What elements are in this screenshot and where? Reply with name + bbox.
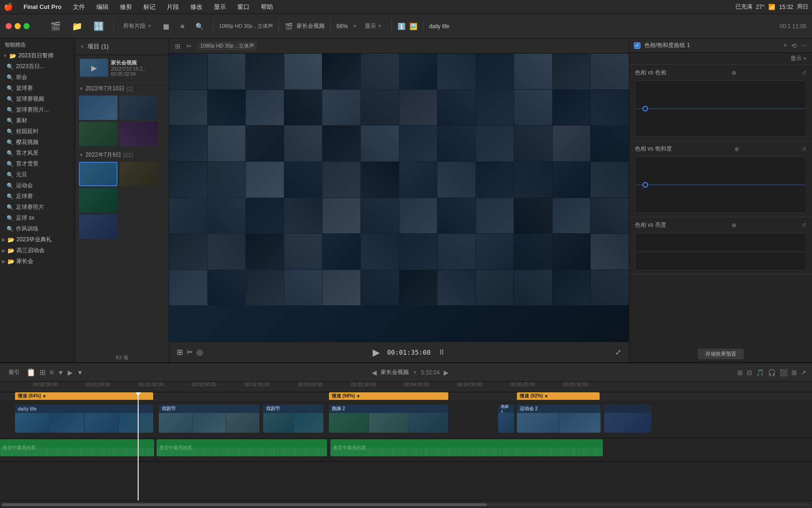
curve3-eyedropper[interactable]: ⊕ bbox=[732, 222, 736, 229]
clip-drama-2[interactable]: 戏剧节 bbox=[263, 405, 323, 433]
thumbnail-3[interactable] bbox=[79, 122, 117, 146]
thumbnail-1[interactable] bbox=[79, 95, 117, 120]
clip-daily-life[interactable]: daily life bbox=[15, 405, 153, 433]
hue-vs-hue-graph[interactable] bbox=[635, 80, 806, 137]
sidebar-item-basketball-video[interactable]: 🔍 篮球赛视频 bbox=[0, 94, 75, 104]
timeline-audio-btn[interactable]: 🎵 bbox=[756, 369, 764, 376]
clip-list-btn[interactable]: ≡ bbox=[177, 21, 188, 32]
curve1-reset[interactable]: ↺ bbox=[802, 70, 806, 76]
sidebar-item-graduation[interactable]: ▶ 📂 2023毕业典礼 bbox=[0, 234, 75, 245]
timeline-zoom-in-btn[interactable]: ⊞ bbox=[737, 369, 743, 376]
sidebar-item-basketball-photo[interactable]: 🔍 篮球赛照片... bbox=[0, 104, 75, 115]
clip-sports[interactable]: 运动会 2 bbox=[517, 405, 601, 433]
clip-running-2[interactable]: 跑操 2 bbox=[498, 405, 514, 433]
sidebar-item-style[interactable]: 🔍 作风训练 bbox=[0, 223, 75, 234]
sidebar-item-cherry[interactable]: 🔍 樱花视频 bbox=[0, 137, 75, 148]
play-btn[interactable]: ▶ bbox=[373, 347, 380, 358]
save-preset-button[interactable]: 存储效果预置 bbox=[698, 349, 744, 359]
library-icon[interactable]: 🎬 bbox=[47, 19, 64, 33]
browser-group-july10[interactable]: ▼ 2022年7月10日 (2) bbox=[75, 83, 169, 149]
hue-vs-sat-graph[interactable] bbox=[635, 157, 806, 213]
timeline-tool-btn[interactable]: ▼ bbox=[77, 369, 83, 376]
color-options-icon[interactable]: ⋯ bbox=[801, 42, 807, 49]
sidebar-item-newyear[interactable]: 🔍 元旦 bbox=[0, 169, 75, 180]
browser-icon[interactable]: 📁 bbox=[68, 19, 86, 33]
color-reset-icon[interactable]: ⟲ bbox=[791, 42, 797, 49]
audio-clip-2[interactable]: 夜空中最亮的星 bbox=[156, 439, 327, 456]
apple-menu[interactable]: 🍎 bbox=[4, 2, 13, 11]
sidebar-item-senior[interactable]: ▶ 📂 高三启动会 bbox=[0, 245, 75, 256]
curve1-eyedropper[interactable]: ⊕ bbox=[732, 70, 736, 76]
thumbnail-6[interactable] bbox=[119, 162, 158, 186]
modify-menu[interactable]: 修改 bbox=[187, 2, 205, 12]
timeline-index-btn[interactable]: 索引 bbox=[6, 367, 23, 377]
thumbnail-8[interactable] bbox=[79, 214, 117, 239]
audio-clip-1[interactable]: 夜空中最亮的星 bbox=[0, 439, 154, 456]
sidebar-item-football-sx[interactable]: 🔍 足球 sx bbox=[0, 213, 75, 223]
timeline-scrollbar[interactable] bbox=[0, 500, 812, 508]
timeline-clip-btn[interactable]: 📋 bbox=[26, 368, 36, 377]
thumbnail-2[interactable] bbox=[119, 95, 158, 120]
preview-resize-icon[interactable]: ⊞ bbox=[175, 42, 180, 50]
sidebar-item-football[interactable]: 🔍 足球赛 bbox=[0, 191, 75, 202]
help-menu[interactable]: 帮助 bbox=[258, 2, 276, 12]
minimize-button[interactable] bbox=[15, 23, 21, 29]
sidebar-item-class[interactable]: 🔍 班会 bbox=[0, 72, 75, 83]
timeline-headphones-btn[interactable]: 🎧 bbox=[768, 369, 776, 376]
timeline-view-btn[interactable]: ≡ bbox=[49, 368, 54, 377]
sidebar-item-campus[interactable]: 🔍 校园延时 bbox=[0, 126, 75, 137]
timeline-snap-btn[interactable]: ⊞ bbox=[791, 369, 797, 376]
sidebar-item-basketball[interactable]: 🔍 篮球赛 bbox=[0, 83, 75, 94]
sidebar-item-parent[interactable]: ▶ 📂 家长会 bbox=[0, 256, 75, 267]
maximize-button[interactable] bbox=[23, 23, 30, 29]
timeline-back-btn[interactable]: ◀ bbox=[372, 369, 377, 376]
project-item[interactable]: ▶ 家长会视频 2022/7/10 15:2... 00:05:32:04 bbox=[75, 55, 169, 83]
clip-drama-1[interactable]: 戏剧节 bbox=[159, 405, 259, 433]
sidebar-item-material[interactable]: 🔍 素材 bbox=[0, 115, 75, 126]
sidebar-item-sports[interactable]: 🔍 运动会 bbox=[0, 180, 75, 191]
inspector-icon[interactable]: 🔢 bbox=[90, 19, 108, 33]
clip-right-edge[interactable] bbox=[604, 405, 651, 433]
curve2-eyedropper[interactable]: ⊕ bbox=[734, 146, 739, 152]
timeline-export-btn[interactable]: ↗ bbox=[801, 369, 806, 376]
view-menu[interactable]: 显示 bbox=[211, 2, 229, 12]
transform-btn[interactable]: ✂ bbox=[187, 348, 193, 357]
sidebar-item-football-photo[interactable]: 🔍 足球赛照片 bbox=[0, 202, 75, 213]
file-menu[interactable]: 文件 bbox=[70, 2, 88, 12]
timeline-multi-btn[interactable]: ⊞ bbox=[39, 368, 46, 377]
app-name-menu[interactable]: Final Cut Pro bbox=[21, 2, 64, 11]
thumbnail-5[interactable] bbox=[79, 162, 117, 186]
browser-group-july9[interactable]: ▼ 2022年7月9日 (22) bbox=[75, 149, 169, 242]
timeline-zoom-out-btn[interactable]: ⊟ bbox=[747, 369, 752, 376]
preview-tool-icon[interactable]: ✂ bbox=[186, 42, 192, 50]
curve3-reset[interactable]: ↺ bbox=[802, 222, 806, 229]
search-btn[interactable]: 🔍 bbox=[192, 21, 207, 32]
hue-vs-brightness-graph[interactable] bbox=[635, 233, 806, 270]
all-clips-btn[interactable]: 所有片段 ▼ bbox=[119, 20, 156, 32]
close-button[interactable] bbox=[6, 23, 12, 29]
timeline-forward-btn[interactable]: ▶ bbox=[444, 369, 449, 376]
mark-menu[interactable]: 标记 bbox=[141, 2, 158, 12]
display-btn[interactable]: 显示 ▼ bbox=[361, 20, 386, 32]
clip-menu[interactable]: 片段 bbox=[164, 2, 182, 12]
fullscreen-btn[interactable]: ⤢ bbox=[615, 348, 621, 357]
timeline-arrow-btn[interactable]: ▼ bbox=[57, 369, 64, 376]
clip-appearance-btn[interactable]: ▦ bbox=[159, 21, 173, 32]
effect-btn[interactable]: ◎ bbox=[196, 348, 203, 357]
timeline-color-btn[interactable]: ⬛ bbox=[780, 369, 788, 376]
sidebar-item-2023[interactable]: ▼ 📂 2023百日誓师 bbox=[0, 50, 75, 61]
trim-menu[interactable]: 修剪 bbox=[117, 2, 135, 12]
sidebar-item-scenery[interactable]: 🔍 育才风景 bbox=[0, 148, 75, 159]
curve2-reset[interactable]: ↺ bbox=[802, 146, 806, 152]
fit-btn[interactable]: ⊞ bbox=[177, 348, 183, 357]
window-menu[interactable]: 窗口 bbox=[234, 2, 252, 12]
timeline-select-btn[interactable]: ▶ bbox=[68, 369, 73, 376]
audio-clip-3[interactable]: 夜空中最亮的星 bbox=[330, 439, 603, 456]
effect-enable-checkbox[interactable]: ✓ bbox=[634, 42, 640, 49]
sidebar-item-2023b[interactable]: 🔍 2023百日... bbox=[0, 61, 75, 72]
sidebar-item-snow[interactable]: 🔍 育才雪景 bbox=[0, 159, 75, 169]
edit-menu[interactable]: 编辑 bbox=[94, 2, 111, 12]
thumbnail-4[interactable] bbox=[119, 122, 158, 146]
clip-running-1[interactable]: 跑操 2 bbox=[329, 405, 448, 433]
thumbnail-7[interactable] bbox=[79, 188, 117, 213]
